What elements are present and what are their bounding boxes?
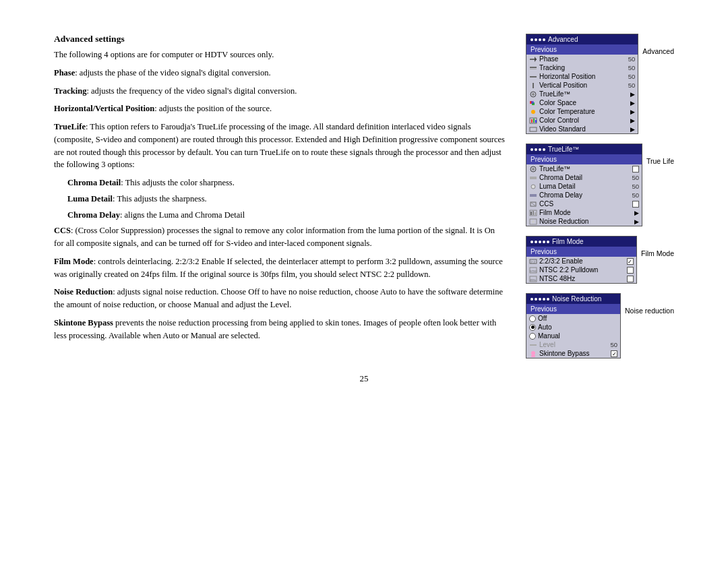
filmmode-previous[interactable]: Previous (526, 247, 636, 257)
colortemp-label: Color Temperature (539, 108, 628, 115)
fdot1 (530, 241, 533, 243)
truelife-row-filmmode: Film Mode ▶ (526, 208, 642, 217)
truelife-label: TrueLife (54, 122, 86, 131)
svg-point-7 (532, 93, 535, 96)
tdot3 (539, 148, 541, 151)
svg-rect-5 (533, 83, 534, 88)
svg-rect-36 (530, 344, 537, 346)
noisereduction-row-level: Level 50 (526, 340, 620, 349)
chroma-delay-text: : aligns the Luma and Chroma Detail (120, 210, 245, 220)
fdot4 (543, 241, 545, 243)
ccs-text: : (Cross Color Suppression) processes th… (54, 226, 495, 248)
filmmode-menu: Film Mode Previous 2:2 2:2/3:2 Enable NT… (526, 236, 637, 284)
right-column: Advanced Previous Phase 50 T (526, 34, 674, 360)
truelife-menu-header: TrueLife™ (526, 144, 642, 154)
dot2 (535, 38, 537, 41)
fdot5 (547, 241, 549, 243)
ntsc22-checkbox[interactable] (627, 267, 634, 274)
truelife-row-lumadetail: Luma Detail 50 (526, 182, 642, 191)
hvposition-para: Horizontal/Vertical Position: adjusts th… (54, 102, 506, 115)
tracking-icon (529, 65, 537, 71)
noisereduction-para: Noise Reduction: adjusts signal noise re… (54, 286, 506, 311)
level-value: 50 (610, 341, 617, 348)
truelife-menu: TrueLife™ Previous TrueLife™ (526, 144, 642, 226)
svg-rect-3 (530, 69, 537, 69)
ntsc48-checkbox[interactable] (627, 276, 634, 282)
phase-row-label: Phase (539, 55, 626, 63)
svg-rect-26 (533, 211, 534, 215)
videostandard-arrow: ▶ (630, 126, 635, 133)
svg-rect-19 (530, 177, 537, 179)
truelife-para: TrueLife: This option refers to Faroudja… (54, 121, 506, 171)
advanced-previous[interactable]: Previous (526, 44, 638, 55)
chromadelay-value: 50 (632, 191, 639, 199)
truelife-adv-label: TrueLife™ (539, 90, 628, 98)
svg-point-20 (531, 185, 535, 189)
svg-point-18 (532, 168, 535, 170)
intro-text: The following 4 options are for computer… (54, 49, 506, 61)
section-title: Advanced settings (54, 34, 506, 44)
noisereduction-panel-group: Noise Reduction Previous Off Auto Manual (526, 293, 674, 360)
dot1 (530, 38, 533, 41)
svg-point-37 (531, 351, 535, 355)
filmmode-tl-label: Film Mode (539, 209, 632, 216)
noisereduction-tl-icon (529, 218, 537, 225)
ndot5 (547, 298, 549, 301)
svg-point-11 (531, 110, 535, 114)
colortemp-icon (529, 108, 537, 115)
ccs-label: CCS (54, 226, 71, 235)
chroma-delay-label: Chroma Delay (67, 210, 120, 220)
truelife-checkbox[interactable] (632, 166, 639, 173)
fdot3 (539, 241, 541, 243)
luma-detail-para: Luma Detail: This adjusts the sharpness. (67, 193, 506, 206)
lumadetail-icon (529, 183, 537, 190)
colorcontrol-icon (529, 117, 537, 124)
322enable-checkbox[interactable] (627, 258, 634, 265)
auto-radio[interactable] (529, 324, 536, 331)
chromadelay-icon (529, 192, 537, 199)
322enable-label: 2:2/3:2 Enable (539, 257, 625, 265)
filmmode-dots (530, 241, 549, 243)
chroma-detail-text: : This adjusts the color sharpness. (121, 178, 235, 187)
ntsc48-label: NTSC 48Hz (539, 275, 625, 282)
filmmode-panel-group: Film Mode Previous 2:2 2:2/3:2 Enable NT… (526, 236, 674, 285)
truelife-previous[interactable]: Previous (526, 154, 642, 164)
hpos-icon (529, 73, 537, 80)
noisereduction-tl-label: Noise Reduction (539, 218, 632, 225)
phase-icon (529, 56, 537, 63)
ntsc22-icon: NTSC (529, 267, 537, 274)
skintone-icon (529, 350, 537, 357)
content-area: Advanced settings The following 4 option… (54, 34, 674, 360)
off-radio[interactable] (529, 315, 536, 322)
svg-rect-38 (531, 355, 535, 357)
ndot4 (543, 298, 545, 301)
phase-text: : adjusts the phase of the video signal'… (75, 68, 270, 77)
skintone-checkbox[interactable] (611, 350, 617, 357)
skintone-text: prevents the noise reduction processing … (54, 318, 496, 340)
noisereduction-text: : adjusts signal noise reduction. Choose… (54, 287, 503, 309)
noisereduction-previous[interactable]: Previous (526, 304, 620, 314)
vpos-row-value: 50 (628, 82, 636, 89)
level-icon (529, 342, 537, 348)
filmmode-row-ntsc22: NTSC NTSC 2:2 Pulldown (526, 266, 636, 274)
truelife-row-label: TrueLife™ (539, 165, 630, 173)
colorcontrol-label: Color Control (539, 117, 628, 124)
truelife-side-label: True Life (646, 144, 674, 165)
noisereduction-row-auto: Auto (526, 323, 620, 332)
advanced-row-truelife: TrueLife™ ▶ (526, 90, 638, 98)
manual-radio[interactable] (529, 333, 536, 340)
advanced-panel-group: Advanced Previous Phase 50 T (526, 34, 674, 135)
truelife-arrow: ▶ (630, 91, 635, 98)
chroma-detail-label: Chroma Detail (67, 178, 121, 187)
chroma-detail-para: Chroma Detail: This adjusts the color sh… (67, 177, 506, 189)
svg-rect-10 (531, 101, 534, 104)
lumadetail-value: 50 (632, 183, 639, 190)
svg-line-23 (530, 202, 536, 206)
ccs-row-label: CCS (539, 200, 630, 208)
phase-label: Phase (54, 68, 75, 77)
auto-label: Auto (538, 323, 617, 331)
ccs-checkbox[interactable] (632, 201, 639, 208)
ndot2 (535, 298, 537, 301)
advanced-row-tracking: Tracking 50 (526, 63, 638, 72)
ccs-icon (529, 201, 537, 208)
